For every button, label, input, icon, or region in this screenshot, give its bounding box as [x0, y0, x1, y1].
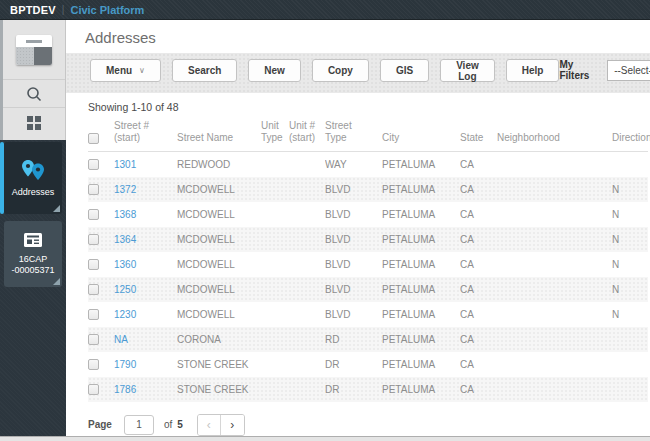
- cell-direction: N: [612, 227, 648, 252]
- addresses-table: Street # (start)Street NameUnitTypeUnit …: [88, 116, 648, 402]
- column-header-state[interactable]: State: [460, 116, 497, 152]
- cell-city: PETALUMA: [382, 277, 460, 302]
- new-button[interactable]: New: [248, 59, 301, 82]
- prev-page-button[interactable]: ‹: [198, 415, 221, 435]
- cell-street-type: BLVD: [325, 277, 382, 302]
- gis-button[interactable]: GIS: [380, 59, 429, 82]
- cell-street-number: 1368: [114, 202, 177, 227]
- cell-street-number: 1372: [114, 177, 177, 202]
- copy-button[interactable]: Copy: [312, 59, 369, 82]
- sidebar-tile-record[interactable]: 16CAP -00005371: [4, 221, 62, 287]
- cell-neighborhood: [497, 277, 612, 302]
- street-number-link[interactable]: 1360: [114, 259, 136, 270]
- cell-neighborhood: [497, 227, 612, 252]
- cell-city: PETALUMA: [382, 227, 460, 252]
- cell-unit-type: [261, 202, 289, 227]
- column-header-streetname[interactable]: Street Name: [177, 116, 261, 152]
- cell-direction: N: [612, 252, 648, 277]
- column-header-city[interactable]: City: [382, 116, 460, 152]
- street-number-link[interactable]: 1786: [114, 384, 136, 395]
- cell-city: PETALUMA: [382, 202, 460, 227]
- street-number-link[interactable]: 1790: [114, 359, 136, 370]
- column-header-unittype[interactable]: UnitType: [261, 116, 289, 152]
- cell-state: CA: [460, 227, 497, 252]
- street-number-link[interactable]: NA: [114, 334, 128, 345]
- cell-neighborhood: [497, 377, 612, 402]
- search-button[interactable]: Search: [172, 59, 237, 82]
- row-checkbox[interactable]: [88, 384, 99, 395]
- cell-unit-number: [289, 277, 325, 302]
- cell-unit-number: [289, 202, 325, 227]
- row-checkbox[interactable]: [88, 159, 99, 170]
- sidebar-item-search[interactable]: [3, 80, 65, 108]
- street-number-link[interactable]: 1230: [114, 309, 136, 320]
- cell-checkbox: [88, 302, 114, 327]
- cell-state: CA: [460, 202, 497, 227]
- table-row: 1250MCDOWELLBLVDPETALUMACAN: [88, 277, 648, 302]
- cell-street-type: BLVD: [325, 252, 382, 277]
- street-number-link[interactable]: 1368: [114, 209, 136, 220]
- row-checkbox[interactable]: [88, 284, 99, 295]
- cell-street-type: BLVD: [325, 202, 382, 227]
- cell-state: CA: [460, 352, 497, 377]
- column-header-neighborhood[interactable]: Neighborhood: [497, 116, 612, 152]
- street-number-link[interactable]: 1301: [114, 159, 136, 170]
- row-checkbox[interactable]: [88, 259, 99, 270]
- cell-checkbox: [88, 202, 114, 227]
- cell-street-number: 1360: [114, 252, 177, 277]
- cell-street-name: MCDOWELL: [177, 302, 261, 327]
- cell-state: CA: [460, 277, 497, 302]
- row-checkbox[interactable]: [88, 209, 99, 220]
- help-button[interactable]: Help: [506, 59, 560, 82]
- gis-button-label: GIS: [396, 65, 413, 76]
- view-log-button[interactable]: View Log: [440, 59, 495, 82]
- cell-unit-type: [261, 152, 289, 177]
- cell-unit-number: [289, 327, 325, 352]
- column-header-direction[interactable]: Direction: [612, 116, 648, 152]
- street-number-link[interactable]: 1364: [114, 234, 136, 245]
- table-row: 1786STONE CREEKDRPETALUMACA: [88, 377, 648, 402]
- row-checkbox[interactable]: [88, 309, 99, 320]
- my-filters-select[interactable]: --Select-- ▾: [607, 60, 650, 81]
- cell-unit-type: [261, 252, 289, 277]
- view-log-button-label: View Log: [456, 60, 479, 82]
- street-number-link[interactable]: 1372: [114, 184, 136, 195]
- topbar-separator: |: [62, 4, 65, 15]
- table-row: 1372MCDOWELLBLVDPETALUMACAN: [88, 177, 648, 202]
- cell-direction: N: [612, 302, 648, 327]
- cell-neighborhood: [497, 252, 612, 277]
- menu-button[interactable]: Menu∨: [90, 59, 161, 82]
- cell-unit-type: [261, 277, 289, 302]
- cell-street-type: BLVD: [325, 302, 382, 327]
- column-header-unitnum[interactable]: Unit #(start): [289, 116, 325, 152]
- sidebar-tile-addresses[interactable]: Addresses: [4, 142, 62, 214]
- cell-street-name: CORONA: [177, 327, 261, 352]
- next-page-button[interactable]: ›: [221, 415, 244, 435]
- row-checkbox[interactable]: [88, 359, 99, 370]
- cell-street-name: MCDOWELL: [177, 252, 261, 277]
- row-checkbox[interactable]: [88, 184, 99, 195]
- menu-button-label: Menu: [106, 65, 132, 76]
- active-tile-accent: [0, 142, 4, 214]
- sidebar-item-launchpad[interactable]: [3, 20, 65, 80]
- cell-state: CA: [460, 302, 497, 327]
- cell-neighborhood: [497, 152, 612, 177]
- cell-neighborhood: [497, 327, 612, 352]
- column-header-streetnum[interactable]: Street # (start): [114, 116, 177, 152]
- sidebar-tile-label: Addresses: [12, 187, 55, 197]
- page-label: Page: [88, 419, 112, 430]
- column-header-streettype[interactable]: StreetType: [325, 116, 382, 152]
- page-number-input[interactable]: [124, 415, 154, 435]
- row-checkbox[interactable]: [88, 334, 99, 345]
- sidebar-item-apps[interactable]: [3, 108, 65, 138]
- street-number-link[interactable]: 1250: [114, 284, 136, 295]
- cell-neighborhood: [497, 202, 612, 227]
- cell-city: PETALUMA: [382, 152, 460, 177]
- cell-street-number: 1786: [114, 377, 177, 402]
- cell-neighborhood: [497, 177, 612, 202]
- row-checkbox[interactable]: [88, 234, 99, 245]
- select-all-checkbox[interactable]: [88, 133, 99, 144]
- cell-unit-type: [261, 327, 289, 352]
- table-row: 1230MCDOWELLBLVDPETALUMACAN: [88, 302, 648, 327]
- cell-street-name: REDWOOD: [177, 152, 261, 177]
